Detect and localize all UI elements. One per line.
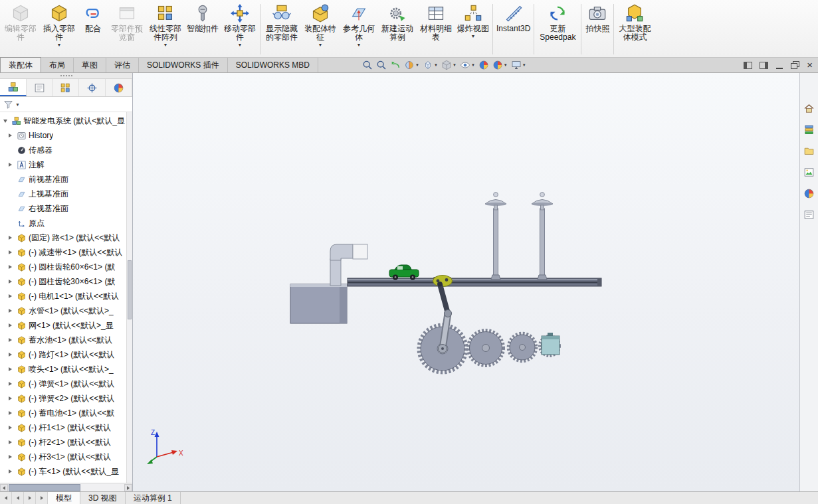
nav-next-button[interactable] bbox=[24, 492, 36, 504]
scrollbar-thumb[interactable] bbox=[9, 484, 80, 491]
expand-arrow-icon[interactable] bbox=[9, 382, 15, 386]
mate-button[interactable]: 配合 bbox=[78, 1, 108, 34]
exploded-view-button[interactable]: 爆炸视图 ▼ bbox=[455, 1, 491, 40]
move-component-button[interactable]: 移动零部件 ▼ bbox=[221, 1, 259, 48]
tree-item-front-plane[interactable]: 前视基准面 bbox=[0, 172, 132, 187]
linear-component-pattern-button[interactable]: 线性零部件阵列 ▼ bbox=[146, 1, 185, 48]
expand-arrow-icon[interactable] bbox=[9, 294, 15, 298]
close-button[interactable]: × bbox=[807, 61, 813, 69]
zoom-to-area-button[interactable] bbox=[375, 58, 388, 72]
insert-component-button[interactable]: 插入零部件 ▼ bbox=[40, 1, 78, 48]
motion-study-1-tab[interactable]: 运动算例 1 bbox=[126, 492, 181, 504]
tree-vertical-scrollbar[interactable] bbox=[126, 112, 132, 483]
section-view-button[interactable]: ▼ bbox=[403, 58, 421, 72]
update-speedpak-button[interactable]: 更新 Speedpak bbox=[536, 1, 579, 42]
graphics-viewport[interactable]: Z X bbox=[133, 73, 799, 491]
model-road[interactable] bbox=[348, 278, 601, 286]
nav-prev-button[interactable] bbox=[12, 492, 24, 504]
tree-item-component-car[interactable]: (-) 车<1> (默认<<默认_显 bbox=[0, 464, 132, 479]
expand-arrow-icon[interactable] bbox=[9, 338, 15, 342]
tree-root-assembly[interactable]: 智能发电系统 (默认<默认_显 bbox=[0, 114, 132, 128]
tab-solidworks-mbd[interactable]: SOLIDWORKS MBD bbox=[228, 58, 318, 72]
view-palette-button[interactable] bbox=[802, 165, 817, 179]
model-gear-2[interactable] bbox=[468, 331, 503, 365]
scroll-left-button[interactable] bbox=[0, 484, 8, 491]
restore-button[interactable] bbox=[791, 61, 799, 69]
dropdown-caret-icon[interactable]: ▼ bbox=[453, 63, 457, 67]
reference-geometry-button[interactable]: 参考几何体 ▼ bbox=[340, 1, 378, 48]
featuremanager-tree-tab[interactable] bbox=[0, 79, 27, 96]
model-reservoir[interactable] bbox=[290, 284, 347, 323]
configurationmanager-tab[interactable] bbox=[53, 79, 80, 96]
nav-first-button[interactable] bbox=[0, 492, 12, 504]
tree-item-history[interactable]: History bbox=[0, 128, 132, 143]
tree-item-origin[interactable]: 原点 bbox=[0, 216, 132, 230]
tree-item-right-plane[interactable]: 右视基准面 bbox=[0, 201, 132, 216]
dropdown-caret-icon[interactable]: ▼ bbox=[471, 34, 476, 39]
tree-item-sensors[interactable]: 传感器 bbox=[0, 143, 132, 157]
custom-properties-button[interactable] bbox=[802, 207, 817, 222]
filter-dropdown-caret-icon[interactable]: ▼ bbox=[15, 102, 20, 107]
dimxpertmanager-tab[interactable] bbox=[79, 79, 106, 96]
tree-item-component-net[interactable]: 网<1> (默认<<默认>_显 bbox=[0, 318, 132, 333]
tree-item-component-rod3[interactable]: (-) 杆3<1> (默认<<默认 bbox=[0, 450, 132, 464]
model-car[interactable] bbox=[389, 265, 419, 280]
model-street-lamp-2[interactable] bbox=[532, 193, 553, 280]
tab-sketch[interactable]: 草图 bbox=[74, 58, 106, 72]
dropdown-caret-icon[interactable]: ▼ bbox=[57, 42, 62, 48]
minimize-button[interactable] bbox=[775, 62, 783, 69]
smart-fasteners-button[interactable]: 智能扣件 bbox=[185, 1, 221, 34]
show-hidden-components-button[interactable]: 显示隐藏的零部件 bbox=[262, 1, 301, 42]
dropdown-caret-icon[interactable]: ▼ bbox=[318, 42, 323, 48]
home-tab-button[interactable] bbox=[802, 101, 817, 116]
tree-item-component-spring2[interactable]: (-) 弹簧<2> (默认<<默认 bbox=[0, 391, 132, 406]
zoom-fit-button[interactable] bbox=[361, 58, 374, 72]
tree-item-component-motor1[interactable]: (-) 电机1<1> (默认<<默认 bbox=[0, 289, 132, 303]
expand-arrow-icon[interactable] bbox=[3, 120, 9, 123]
dropdown-caret-icon[interactable]: ▼ bbox=[163, 42, 168, 48]
file-explorer-button[interactable] bbox=[802, 143, 817, 158]
tree-item-annotations[interactable]: 注解 bbox=[0, 157, 132, 172]
appearances-button[interactable] bbox=[802, 186, 817, 201]
expand-arrow-icon[interactable] bbox=[9, 250, 15, 254]
tab-solidworks-addins[interactable]: SOLIDWORKS 插件 bbox=[139, 58, 228, 72]
model-street-lamp-1[interactable] bbox=[485, 193, 506, 280]
expand-arrow-icon[interactable] bbox=[9, 265, 15, 269]
view-settings-button[interactable]: ▼ bbox=[510, 58, 528, 72]
tree-item-component-road[interactable]: (固定) 路<1> (默认<<默认 bbox=[0, 230, 132, 245]
expand-arrow-icon[interactable] bbox=[9, 367, 15, 371]
expand-arrow-icon[interactable] bbox=[9, 411, 15, 415]
tree-item-component-rod1[interactable]: (-) 杆1<1> (默认<<默认 bbox=[0, 420, 132, 435]
bill-of-materials-button[interactable]: 材料明细表 bbox=[417, 1, 455, 42]
tree-item-component-battery[interactable]: (-) 蓄电池<1> (默认<<默 bbox=[0, 406, 132, 420]
dropdown-caret-icon[interactable]: ▼ bbox=[522, 63, 526, 67]
scroll-right-button[interactable] bbox=[124, 484, 132, 491]
expand-arrow-icon[interactable] bbox=[9, 133, 15, 137]
filter-funnel-icon[interactable] bbox=[3, 100, 13, 110]
expand-arrow-icon[interactable] bbox=[9, 353, 15, 357]
dropdown-caret-icon[interactable]: ▼ bbox=[415, 63, 419, 67]
tree-item-component-water-pipe[interactable]: 水管<1> (默认<<默认>_ bbox=[0, 303, 132, 318]
scrollbar-thumb[interactable] bbox=[128, 260, 132, 319]
tree-item-component-reservoir[interactable]: 蓄水池<1> (默认<<默认 bbox=[0, 333, 132, 347]
component-preview-window-button[interactable]: 零部件预览窗 bbox=[108, 1, 146, 42]
expand-arrow-icon[interactable] bbox=[9, 469, 15, 473]
dropdown-caret-icon[interactable]: ▼ bbox=[504, 63, 508, 67]
tree-item-top-plane[interactable]: 上视基准面 bbox=[0, 187, 132, 201]
apply-scene-button[interactable]: ▼ bbox=[491, 58, 509, 72]
expand-arrow-icon[interactable] bbox=[9, 426, 15, 430]
dropdown-caret-icon[interactable]: ▼ bbox=[434, 63, 438, 67]
tree-item-component-gear30[interactable]: (-) 圆柱齿轮30×6<1> (默 bbox=[0, 274, 132, 289]
design-library-button[interactable] bbox=[802, 122, 817, 137]
edit-appearance-button[interactable] bbox=[477, 58, 490, 72]
model-gear-3[interactable] bbox=[509, 334, 536, 361]
model-tab[interactable]: 模型 bbox=[48, 492, 80, 504]
expand-arrow-icon[interactable] bbox=[9, 163, 15, 167]
propertymanager-tab[interactable] bbox=[27, 79, 53, 96]
view-orientation-button[interactable]: ▼ bbox=[421, 58, 439, 72]
expand-arrow-icon[interactable] bbox=[9, 280, 15, 284]
expand-arrow-icon[interactable] bbox=[9, 309, 15, 313]
nav-last-button[interactable] bbox=[36, 492, 48, 504]
dock-panel-left-icon[interactable] bbox=[744, 62, 752, 69]
dropdown-caret-icon[interactable]: ▼ bbox=[357, 42, 361, 48]
